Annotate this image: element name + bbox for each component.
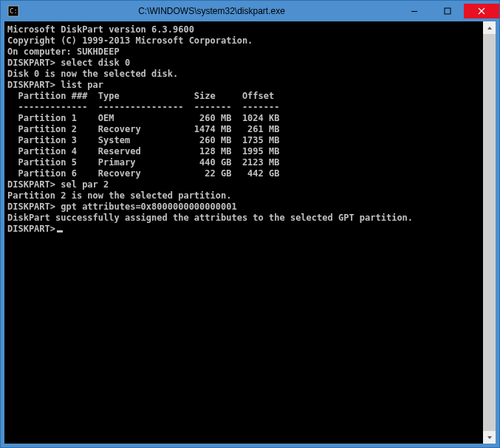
vertical-scrollbar[interactable] xyxy=(483,21,496,444)
console-line: DISKPART> gpt attributes=0x8000000000000… xyxy=(7,201,480,213)
table-row: Partition 4 Reserved 128 MB 1995 MB xyxy=(7,146,480,157)
scroll-down-button[interactable] xyxy=(483,431,496,444)
console-line: Partition 2 is now the selected partitio… xyxy=(7,190,480,201)
table-row: Partition 5 Primary 440 GB 2123 MB xyxy=(7,157,480,168)
console-output[interactable]: Microsoft DiskPart version 6.3.9600Copyr… xyxy=(4,21,483,444)
svg-text:C:: C: xyxy=(10,7,18,15)
cursor-icon xyxy=(57,230,63,232)
window-buttons xyxy=(397,4,499,18)
table-row: Partition 3 System 260 MB 1735 MB xyxy=(7,135,480,146)
table-row: Partition 6 Recovery 22 GB 442 GB xyxy=(7,168,480,179)
console-line: DISKPART> select disk 0 xyxy=(7,58,480,69)
svg-marker-7 xyxy=(487,436,492,439)
svg-rect-2 xyxy=(411,11,417,12)
svg-marker-6 xyxy=(487,27,492,30)
console-line: DISKPART> sel par 2 xyxy=(7,179,480,190)
console-line: Copyright (C) 1999-2013 Microsoft Corpor… xyxy=(7,35,480,46)
console-line: Disk 0 is now the selected disk. xyxy=(7,69,480,80)
console-line: Microsoft DiskPart version 6.3.9600 xyxy=(7,24,480,35)
app-icon: C: xyxy=(1,1,26,21)
titlebar[interactable]: C: C:\WINDOWS\system32\diskpart.exe xyxy=(1,1,499,21)
app-window: C: C:\WINDOWS\system32\diskpart.exe Micr… xyxy=(0,0,500,448)
console-line: Partition ### Type Size Offset xyxy=(7,91,480,102)
close-button[interactable] xyxy=(464,4,499,18)
client-area: Microsoft DiskPart version 6.3.9600Copyr… xyxy=(4,21,496,444)
scroll-thumb[interactable] xyxy=(483,34,496,431)
console-line: ------------- ---------------- ------- -… xyxy=(7,102,480,113)
console-line: DISKPART> list par xyxy=(7,80,480,91)
prompt-text: DISKPART> xyxy=(7,224,55,234)
scroll-track[interactable] xyxy=(483,34,496,431)
scroll-up-button[interactable] xyxy=(483,21,496,34)
console-line: DiskPart successfully assigned the attri… xyxy=(7,213,480,224)
console-line: On computer: SUKHDEEP xyxy=(7,46,480,58)
window-title: C:\WINDOWS\system32\diskpart.exe xyxy=(26,6,397,16)
maximize-button[interactable] xyxy=(431,4,464,18)
minimize-button[interactable] xyxy=(397,4,431,18)
table-row: Partition 1 OEM 260 MB 1024 KB xyxy=(7,113,480,124)
console-prompt: DISKPART> xyxy=(7,224,480,235)
table-row: Partition 2 Recovery 1474 MB 261 MB xyxy=(7,124,480,135)
svg-rect-3 xyxy=(445,8,451,14)
